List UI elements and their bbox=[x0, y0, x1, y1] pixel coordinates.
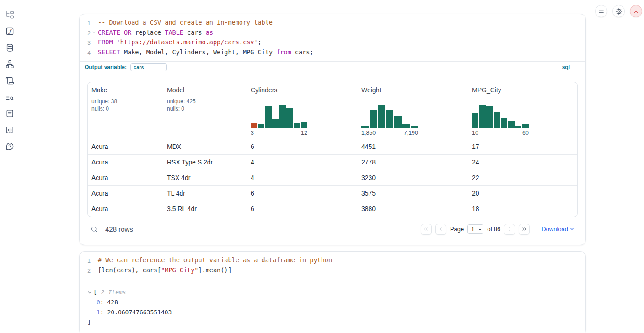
sql-cell: 1-- Download a CSV and create an in-memo… bbox=[79, 14, 586, 245]
histogram-bar[interactable] bbox=[479, 105, 486, 128]
fold-chevron-icon[interactable] bbox=[92, 30, 96, 34]
histogram-bar[interactable] bbox=[279, 105, 286, 128]
code-text: [len(cars), cars["MPG_City"].mean()] bbox=[98, 266, 232, 276]
column-header-make[interactable]: Makeunique: 38nulls: 0 bbox=[88, 82, 163, 139]
histogram-bar[interactable] bbox=[522, 124, 529, 128]
output-variable-input[interactable] bbox=[130, 63, 167, 71]
page-select[interactable]: 1 bbox=[467, 224, 483, 234]
line-number: 2 bbox=[80, 266, 91, 276]
previous-page-button[interactable] bbox=[435, 224, 446, 235]
last-page-button[interactable] bbox=[519, 224, 530, 235]
histogram-bar[interactable] bbox=[258, 124, 264, 128]
list-item: 0: 428 bbox=[97, 297, 578, 307]
histogram-bar[interactable] bbox=[402, 124, 410, 128]
histogram-bar[interactable] bbox=[486, 106, 493, 128]
column-histogram[interactable]: 1060 bbox=[472, 105, 529, 136]
column-header-cylinders[interactable]: Cylinders312 bbox=[247, 82, 358, 139]
output-variable-label: Output variable: bbox=[85, 64, 127, 70]
tree-collapse-caret-icon[interactable] bbox=[87, 290, 92, 295]
scratchpad-text-search-icon[interactable] bbox=[5, 92, 14, 101]
column-stats: unique: 425nulls: 0 bbox=[167, 98, 243, 112]
next-page-button[interactable] bbox=[504, 224, 515, 235]
variables-function-icon[interactable]: ƒ bbox=[5, 26, 14, 36]
sql-cell-toolbar: Output variable: sql bbox=[80, 61, 585, 74]
file-tree-icon[interactable] bbox=[5, 10, 14, 19]
first-page-button[interactable] bbox=[421, 224, 432, 235]
column-header-weight[interactable]: Weight1,8507,190 bbox=[358, 82, 468, 139]
table-cell: 24 bbox=[468, 155, 577, 170]
histogram-bar[interactable] bbox=[515, 126, 521, 128]
notebook-area: 1-- Download a CSV and create an in-memo… bbox=[79, 14, 586, 333]
histogram-bar[interactable] bbox=[251, 123, 257, 128]
logs-scroll-icon[interactable] bbox=[5, 76, 14, 85]
histogram-bar[interactable] bbox=[370, 110, 377, 128]
table-footer: 428 rows Page 1 of 86 Download bbox=[87, 223, 578, 235]
line-number: 1 bbox=[80, 18, 91, 28]
histogram-bar[interactable] bbox=[378, 105, 385, 128]
table-cell: TL 4dr bbox=[163, 186, 247, 201]
table-cell: Acura bbox=[88, 170, 163, 185]
table-cell: RSX Type S 2dr bbox=[163, 155, 247, 170]
table-row: AcuraTSX 4dr4323022 bbox=[88, 170, 577, 185]
table-row: AcuraRSX Type S 2dr4277824 bbox=[88, 154, 577, 170]
histogram-bar[interactable] bbox=[286, 108, 293, 128]
column-histogram[interactable]: 1,8507,190 bbox=[361, 105, 418, 136]
table-cell: 3230 bbox=[358, 170, 468, 185]
histogram-bar[interactable] bbox=[294, 123, 300, 128]
histogram-bar[interactable] bbox=[494, 112, 500, 128]
table-cell: 3880 bbox=[358, 201, 468, 217]
column-header-mpg_city[interactable]: MPG_City1060 bbox=[468, 82, 577, 139]
code-text: -- Download a CSV and create an in-memor… bbox=[98, 18, 273, 28]
histogram-bar[interactable] bbox=[394, 116, 402, 128]
dependency-graph-icon[interactable] bbox=[5, 59, 14, 69]
data-sources-database-icon[interactable] bbox=[5, 43, 14, 52]
settings-gear-icon[interactable] bbox=[612, 5, 625, 17]
help-chat-icon[interactable] bbox=[5, 142, 14, 151]
histogram-axis-labels: 1,8507,190 bbox=[361, 130, 418, 136]
code-line[interactable]: 1-- Download a CSV and create an in-memo… bbox=[80, 18, 585, 28]
sql-language-badge[interactable]: sql bbox=[562, 64, 570, 70]
column-histogram[interactable]: 312 bbox=[251, 105, 307, 136]
histogram-bar[interactable] bbox=[411, 126, 418, 128]
python-code-editor[interactable]: 1# We can reference the output variable … bbox=[80, 252, 585, 279]
tree-items: 0: 4281: 20.060747663551403 bbox=[91, 297, 578, 317]
histogram-bar[interactable] bbox=[472, 113, 478, 128]
histogram-bar[interactable] bbox=[272, 119, 279, 128]
snippets-code-icon[interactable] bbox=[5, 125, 14, 134]
code-line[interactable]: 3FROM 'https://datasets.marimo.app/cars.… bbox=[80, 38, 585, 48]
histogram-bar[interactable] bbox=[386, 110, 393, 128]
list-item: 1: 20.060747663551403 bbox=[97, 307, 578, 317]
code-line[interactable]: 4SELECT Make, Model, Cylinders, Weight, … bbox=[80, 48, 585, 58]
table-search-icon[interactable] bbox=[90, 225, 98, 233]
code-line[interactable]: 1# We can reference the output variable … bbox=[80, 256, 585, 266]
histogram-bar[interactable] bbox=[301, 122, 307, 128]
data-table: Makeunique: 38nulls: 0Modelunique: 425nu… bbox=[87, 82, 578, 217]
histogram-bar[interactable] bbox=[501, 118, 507, 128]
menu-icon[interactable] bbox=[595, 5, 607, 17]
histogram-bars bbox=[361, 105, 418, 128]
open-bracket: [ bbox=[93, 287, 97, 297]
table-cell: 3575 bbox=[358, 186, 468, 201]
page-label: Page bbox=[450, 226, 464, 233]
code-line[interactable]: 2[len(cars), cars["MPG_City"].mean()] bbox=[80, 266, 585, 276]
sql-code-editor[interactable]: 1-- Download a CSV and create an in-memo… bbox=[80, 14, 585, 61]
code-line[interactable]: 2CREATE OR replace TABLE cars as bbox=[80, 28, 585, 38]
histogram-bar[interactable] bbox=[361, 126, 369, 128]
histogram-min-label: 10 bbox=[472, 130, 478, 136]
python-cell: 1# We can reference the output variable … bbox=[79, 251, 586, 333]
line-number: 1 bbox=[80, 256, 91, 266]
pagination: Page 1 of 86 Download bbox=[421, 224, 574, 235]
column-header-model[interactable]: Modelunique: 425nulls: 0 bbox=[163, 82, 247, 139]
close-bracket: ] bbox=[87, 319, 91, 326]
download-button[interactable]: Download bbox=[542, 226, 574, 233]
histogram-bar[interactable] bbox=[508, 121, 514, 128]
item-key: 0 bbox=[97, 299, 100, 306]
python-cell-output: [ 2 Items 0: 4281: 20.060747663551403 ] bbox=[80, 279, 585, 333]
histogram-bar[interactable] bbox=[265, 106, 271, 128]
table-header-row: Makeunique: 38nulls: 0Modelunique: 425nu… bbox=[88, 82, 577, 139]
documentation-file-icon[interactable] bbox=[5, 109, 14, 118]
table-row: AcuraMDX6445117 bbox=[88, 139, 577, 154]
code-text: # We can reference the output variable a… bbox=[98, 256, 332, 266]
shutdown-close-icon[interactable] bbox=[630, 5, 642, 17]
column-stat: unique: 38 bbox=[91, 98, 160, 105]
